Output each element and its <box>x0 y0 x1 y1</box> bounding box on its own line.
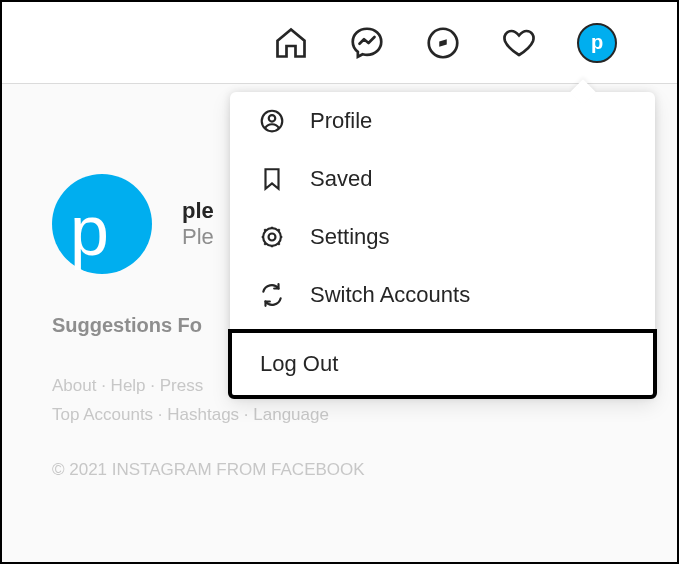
menu-item-saved[interactable]: Saved <box>230 150 655 208</box>
menu-item-label: Switch Accounts <box>310 282 470 308</box>
messenger-icon[interactable] <box>349 25 385 61</box>
top-navigation: p <box>2 2 677 84</box>
svg-point-5 <box>263 228 281 246</box>
menu-item-settings[interactable]: Settings <box>230 208 655 266</box>
profile-text: ple Ple <box>182 198 214 250</box>
menu-item-label: Settings <box>310 224 390 250</box>
footer-link-top-accounts[interactable]: Top Accounts <box>52 405 153 424</box>
profile-displayname: Ple <box>182 224 214 250</box>
footer-link-language[interactable]: Language <box>253 405 329 424</box>
profile-dropdown-menu: Profile Saved Settings Swi <box>230 92 655 397</box>
footer-link-help[interactable]: Help <box>111 376 146 395</box>
home-icon[interactable] <box>273 25 309 61</box>
menu-item-switch-accounts[interactable]: Switch Accounts <box>230 266 655 324</box>
heart-icon[interactable] <box>501 25 537 61</box>
menu-item-label: Saved <box>310 166 372 192</box>
footer-row-2: Top Accounts · Hashtags · Language <box>52 401 412 430</box>
svg-point-3 <box>269 115 276 122</box>
switch-icon <box>258 282 286 308</box>
profile-username[interactable]: ple <box>182 198 214 224</box>
svg-point-4 <box>269 234 276 241</box>
profile-avatar-large[interactable]: p <box>52 174 152 274</box>
profile-avatar-button[interactable]: p <box>577 23 617 63</box>
svg-marker-1 <box>439 39 447 47</box>
avatar-large-letter: p <box>70 196 109 266</box>
menu-item-profile[interactable]: Profile <box>230 92 655 150</box>
profile-icon <box>258 108 286 134</box>
copyright-text: © 2021 Instagram from Facebook <box>52 460 677 480</box>
footer-link-about[interactable]: About <box>52 376 96 395</box>
menu-item-label: Log Out <box>260 351 338 376</box>
footer-link-hashtags[interactable]: Hashtags <box>167 405 239 424</box>
bookmark-icon <box>258 166 286 192</box>
footer-link-press[interactable]: Press <box>160 376 203 395</box>
gear-icon <box>258 224 286 250</box>
explore-icon[interactable] <box>425 25 461 61</box>
menu-item-label: Profile <box>310 108 372 134</box>
menu-item-logout[interactable]: Log Out <box>228 329 657 399</box>
avatar-letter: p <box>591 31 603 54</box>
